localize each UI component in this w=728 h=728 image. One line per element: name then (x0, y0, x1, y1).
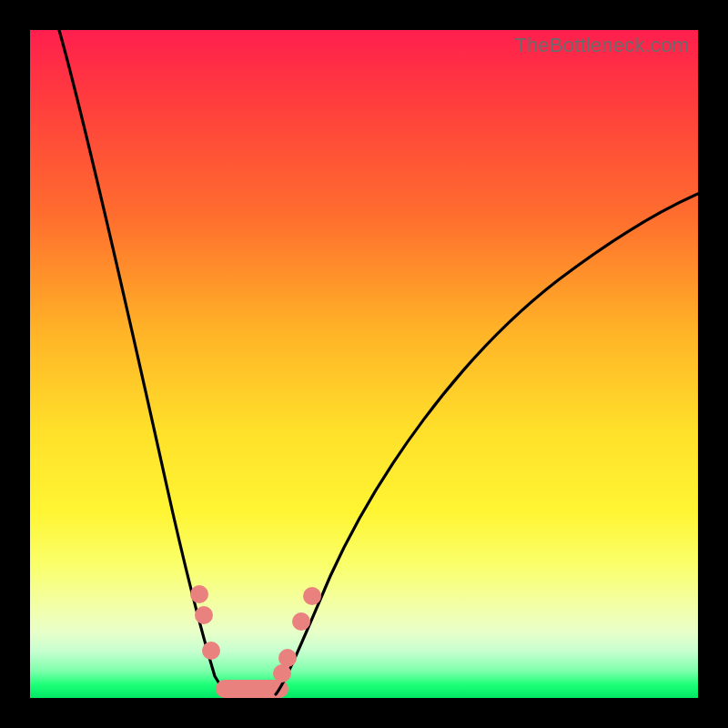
chart-svg (30, 30, 698, 698)
curve-right (276, 194, 698, 694)
marker-dot (195, 606, 213, 624)
chart-frame: TheBottleneck.com (0, 0, 728, 728)
marker-dot (278, 649, 297, 667)
marker-dot (303, 587, 321, 605)
marker-dot (190, 585, 208, 603)
marker-dot (273, 664, 291, 682)
marker-dot (292, 612, 310, 631)
plot-area: TheBottleneck.com (30, 30, 698, 698)
marker-dot (202, 642, 220, 660)
